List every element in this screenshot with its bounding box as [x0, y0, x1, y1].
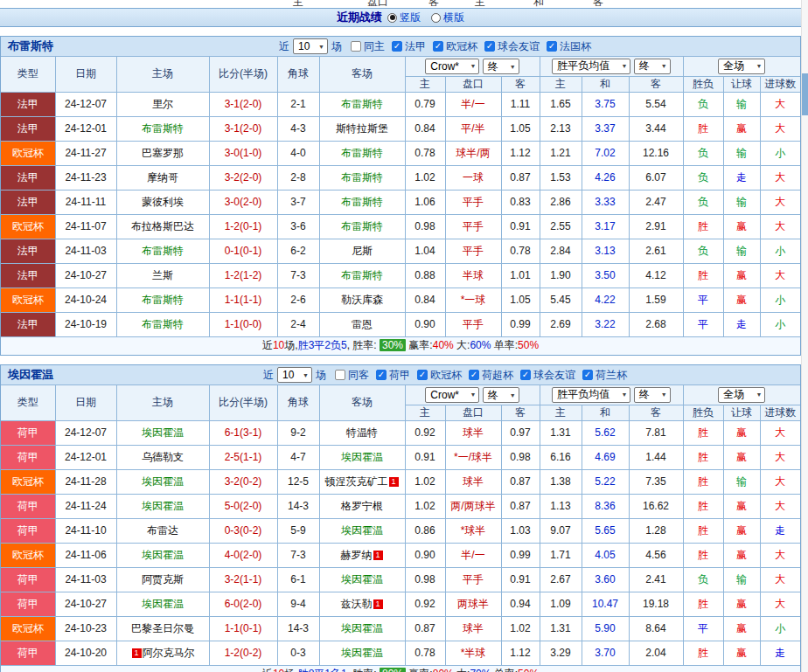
cell-away-team[interactable]: 埃因霍温	[319, 518, 405, 543]
filter-checkbox-法国杯[interactable]: ✓法国杯	[547, 39, 591, 54]
scope-select[interactable]: 全场 ▼	[718, 59, 765, 74]
cell-home-team[interactable]: 乌德勒支	[116, 445, 209, 469]
team-name-link[interactable]: 尼斯	[352, 245, 373, 257]
scrollbar-thumb[interactable]	[802, 73, 808, 115]
cell-home-team[interactable]: 埃因霍温	[116, 420, 209, 445]
cell-away-team[interactable]: 特温特	[319, 420, 405, 445]
cell-away-team[interactable]: 斯特拉斯堡	[319, 116, 405, 141]
team-name-link[interactable]: 蒙彼利埃	[142, 196, 184, 208]
team-name-link[interactable]: 埃因霍温	[341, 573, 383, 585]
cell-home-team[interactable]: 埃因霍温	[116, 543, 209, 567]
bookmaker-select[interactable]: Crow* ▼	[425, 387, 479, 403]
cell-home-team[interactable]: 布雷斯特	[116, 312, 209, 336]
cell-home-team[interactable]: 蒙彼利埃	[116, 190, 209, 214]
team-name-link[interactable]: 布雷斯特	[341, 220, 383, 232]
cell-away-team[interactable]: 格罗宁根	[319, 494, 405, 518]
cell-away-team[interactable]: 勒沃库森	[319, 288, 405, 312]
cell-home-team[interactable]: 巴塞罗那	[116, 141, 209, 165]
team-name-link[interactable]: 布雷达	[147, 524, 178, 537]
cell-home-team[interactable]: 布拉格斯巴达	[116, 214, 209, 239]
team-name-link[interactable]: 埃因霍温	[142, 549, 184, 561]
team-name-link[interactable]: 阿贾克斯	[142, 573, 184, 585]
match-count-select[interactable]: 10 ▼	[293, 38, 328, 54]
team-name-link[interactable]: 布雷斯特	[341, 196, 383, 208]
cell-away-team[interactable]: 布雷斯特	[319, 165, 405, 190]
section-team-name[interactable]: 埃因霍温	[8, 367, 53, 383]
cell-away-team[interactable]: 埃因霍温	[319, 567, 405, 592]
team-name-link[interactable]: 埃因霍温	[142, 426, 184, 439]
filter-checkbox-同客[interactable]: 同客	[335, 368, 369, 383]
cell-home-team[interactable]: 巴黎圣日尔曼	[116, 616, 209, 641]
cell-away-team[interactable]: 埃因霍温	[319, 616, 405, 641]
filter-checkbox-荷甲[interactable]: ✓荷甲	[376, 368, 410, 383]
cell-away-team[interactable]: 顿涅茨克矿工1	[319, 469, 405, 494]
match-count-select[interactable]: 10 ▼	[277, 367, 312, 383]
team-name-link[interactable]: 布拉格斯巴达	[131, 220, 194, 232]
team-name-link[interactable]: 兹沃勒	[341, 598, 373, 610]
cell-home-team[interactable]: 1阿尔克马尔	[116, 641, 209, 665]
filter-checkbox-欧冠杯[interactable]: ✓欧冠杯	[417, 368, 462, 383]
team-name-link[interactable]: 埃因霍温	[341, 451, 383, 463]
bookmaker-state-select[interactable]: 终 ▼	[483, 59, 519, 74]
cell-away-team[interactable]: 尼斯	[319, 239, 405, 263]
team-name-link[interactable]: 布雷斯特	[142, 294, 184, 306]
europe-odds-select[interactable]: 胜平负均值 ▼	[552, 387, 630, 403]
bookmaker-select[interactable]: Crow* ▼	[425, 59, 479, 74]
cell-home-team[interactable]: 布雷斯特	[116, 116, 209, 141]
cell-away-team[interactable]: 埃因霍温	[319, 445, 405, 469]
team-name-link[interactable]: 巴塞罗那	[142, 147, 184, 159]
cell-home-team[interactable]: 里尔	[116, 92, 209, 116]
cell-away-team[interactable]: 赫罗纳1	[319, 543, 405, 567]
europe-state-select[interactable]: 终 ▼	[634, 59, 671, 74]
team-name-link[interactable]: 里尔	[152, 98, 173, 110]
team-name-link[interactable]: 埃因霍温	[142, 475, 184, 488]
team-name-link[interactable]: 布雷斯特	[341, 147, 383, 159]
team-name-link[interactable]: 埃因霍温	[142, 500, 184, 512]
cell-away-team[interactable]: 布雷斯特	[319, 263, 405, 288]
cell-home-team[interactable]: 埃因霍温	[116, 592, 209, 616]
cell-away-team[interactable]: 埃因霍温	[319, 641, 405, 665]
cell-home-team[interactable]: 阿贾克斯	[116, 567, 209, 592]
team-name-link[interactable]: 布雷斯特	[142, 122, 184, 135]
cell-home-team[interactable]: 兰斯	[116, 263, 209, 288]
team-name-link[interactable]: 布雷斯特	[142, 318, 184, 330]
team-name-link[interactable]: 巴黎圣日尔曼	[131, 622, 194, 634]
cell-home-team[interactable]: 埃因霍温	[116, 494, 209, 518]
cell-home-team[interactable]: 布雷斯特	[116, 288, 209, 312]
team-name-link[interactable]: 布雷斯特	[341, 171, 383, 184]
team-name-link[interactable]: 埃因霍温	[341, 524, 383, 537]
filter-checkbox-欧冠杯[interactable]: ✓欧冠杯	[433, 39, 477, 54]
team-name-link[interactable]: 斯特拉斯堡	[336, 122, 388, 135]
team-name-link[interactable]: 兰斯	[152, 269, 173, 281]
cell-away-team[interactable]: 布雷斯特	[319, 190, 405, 214]
cell-away-team[interactable]: 布雷斯特	[319, 214, 405, 239]
europe-odds-select[interactable]: 胜平负均值 ▼	[552, 59, 630, 74]
filter-checkbox-荷超杯[interactable]: ✓荷超杯	[469, 368, 513, 383]
scope-select[interactable]: 全场 ▼	[718, 387, 765, 403]
europe-state-select[interactable]: 终 ▼	[634, 387, 671, 403]
layout-radio-竖版[interactable]: 竖版	[387, 10, 421, 25]
team-name-link[interactable]: 布雷斯特	[341, 269, 383, 281]
team-name-link[interactable]: 埃因霍温	[341, 622, 383, 634]
filter-checkbox-同主[interactable]: 同主	[351, 39, 385, 54]
bookmaker-state-select[interactable]: 终 ▼	[483, 387, 519, 403]
filter-checkbox-球会友谊[interactable]: ✓球会友谊	[484, 39, 540, 54]
team-name-link[interactable]: 埃因霍温	[341, 647, 383, 659]
cell-away-team[interactable]: 布雷斯特	[319, 141, 405, 165]
filter-checkbox-球会友谊[interactable]: ✓球会友谊	[520, 368, 575, 383]
filter-checkbox-荷兰杯[interactable]: ✓荷兰杯	[582, 368, 627, 383]
team-name-link[interactable]: 布雷斯特	[142, 245, 184, 257]
cell-home-team[interactable]: 埃因霍温	[116, 469, 209, 494]
team-name-link[interactable]: 乌德勒支	[142, 451, 184, 463]
team-name-link[interactable]: 特温特	[346, 426, 378, 439]
team-name-link[interactable]: 赫罗纳	[341, 549, 373, 561]
cell-home-team[interactable]: 布雷达	[116, 518, 209, 543]
team-name-link[interactable]: 雷恩	[352, 318, 373, 330]
team-name-link[interactable]: 格罗宁根	[341, 500, 383, 512]
cell-home-team[interactable]: 布雷斯特	[116, 239, 209, 263]
cell-away-team[interactable]: 兹沃勒1	[319, 592, 405, 616]
filter-checkbox-法甲[interactable]: ✓法甲	[392, 39, 426, 54]
team-name-link[interactable]: 布雷斯特	[341, 98, 383, 110]
team-name-link[interactable]: 勒沃库森	[341, 294, 383, 306]
layout-radio-横版[interactable]: 横版	[431, 10, 464, 25]
